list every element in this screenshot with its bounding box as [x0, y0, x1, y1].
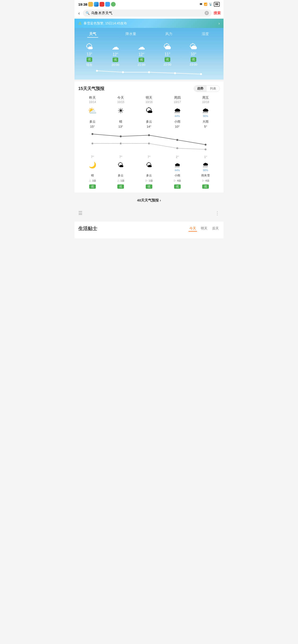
hourly-icon-0: 🌤 — [86, 42, 93, 51]
low-temp-2: 7° — [135, 155, 163, 159]
hourly-badge-4: 优 — [191, 57, 196, 62]
night-condition-2: 多云 — [135, 174, 163, 178]
app-icon-5 — [111, 2, 116, 7]
night-icon-4: 🌨 90% — [191, 162, 220, 172]
hourly-item-4: 🌥 10° 优 23:00 — [180, 42, 207, 68]
low-temp-3: 2° — [163, 155, 192, 159]
day-header-2: 明天 10/16 — [135, 96, 163, 106]
day-header-3: 周四 10/17 — [163, 96, 192, 106]
hourly-time-0: 现在 — [86, 63, 92, 67]
day-header-0: 昨天 10/14 — [78, 96, 107, 106]
hourly-badge-0: 优 — [87, 57, 92, 62]
svg-point-5 — [91, 133, 93, 135]
view-toggle: 趋势 列表 — [194, 85, 220, 92]
tab-wind[interactable]: 风力 — [163, 31, 174, 38]
toggle-trend[interactable]: 趋势 — [194, 86, 207, 92]
tab-humidity[interactable]: 湿度 — [200, 31, 211, 38]
life-tab-tomorrow[interactable]: 明天 — [200, 226, 208, 232]
wind-level-1: △ 1级 — [107, 179, 135, 182]
svg-point-4 — [200, 73, 202, 75]
clear-button[interactable]: ✕ — [205, 11, 209, 15]
weather-section: 天气 降水量 风力 湿度 🌤 13° 优 现在 ☁ 12° 优 20:00 ☁ … — [74, 28, 224, 80]
svg-point-9 — [205, 144, 207, 146]
day-icon-3: 🌧 44% — [163, 106, 192, 118]
svg-point-3 — [174, 72, 176, 74]
svg-point-0 — [96, 70, 98, 72]
wind-levels-row: △ 1级 △ 1级 ▷ 1级 ▷ 4级 ▷ 4级 — [78, 179, 220, 182]
wifi-icon: 📶 — [204, 2, 207, 6]
temp-chart-area — [78, 128, 220, 154]
alert-icon: ⚠ — [78, 21, 82, 26]
svg-point-7 — [148, 134, 150, 136]
alert-banner[interactable]: ⚠ 暴雪蓝色预警, 15日14:45发布 › — [74, 19, 224, 28]
high-temp-3: 10° — [163, 125, 192, 128]
wind-level-4: ▷ 4级 — [191, 179, 220, 182]
badge-2: 优 — [135, 184, 163, 189]
status-right: 👁 📶 📡 99 — [200, 2, 220, 7]
low-temps-row: 7° 7° 7° 2° 1° — [78, 155, 220, 159]
app-icons — [88, 2, 116, 7]
tab-weather[interactable]: 天气 — [87, 31, 98, 38]
svg-point-11 — [120, 142, 122, 144]
svg-point-12 — [148, 142, 150, 144]
hourly-item-2: ☁ 12° 优 21:00 — [128, 42, 154, 68]
forty-day-button[interactable]: 40天天气预报 › — [74, 194, 224, 206]
low-temp-4: 1° — [191, 155, 220, 159]
high-temp-0: 15° — [78, 125, 107, 128]
high-temps-row: 15° 13° 14° 10° 5° — [78, 125, 220, 128]
hourly-icon-2: ☁ — [138, 42, 145, 52]
forecast-header: 15天天气预报 趋势 列表 — [78, 85, 220, 92]
hourly-badge-1: 优 — [113, 58, 118, 62]
tab-precipitation[interactable]: 降水量 — [124, 31, 138, 38]
day-icon-2: 🌤 — [135, 106, 163, 118]
low-temp-0: 7° — [78, 155, 107, 159]
day-condition-2: 多云 — [135, 120, 163, 124]
svg-point-14 — [205, 148, 207, 150]
weather-tabs: 天气 降水量 风力 湿度 — [74, 28, 224, 40]
hourly-item-3: 🌥 11° 优 22:00 — [154, 42, 180, 68]
night-icon-3: 🌧 44% — [163, 162, 192, 172]
toggle-list[interactable]: 列表 — [207, 86, 220, 92]
svg-point-1 — [122, 71, 124, 73]
hourly-icon-1: ☁ — [112, 42, 119, 52]
hourly-temp-4: 10° — [191, 52, 196, 56]
hourly-icon-3: 🌥 — [164, 42, 171, 51]
svg-point-13 — [176, 147, 178, 149]
divider-section: ☰ ⋮ — [74, 206, 224, 220]
day-icons-row: ⛅ ☀ 🌤 🌧 44% 🌧 90% — [78, 106, 220, 118]
app-icon-1 — [88, 2, 93, 7]
search-button[interactable]: 搜索 — [214, 11, 221, 16]
high-temp-1: 13° — [107, 125, 135, 128]
app-icon-2 — [94, 2, 99, 7]
life-tips-tabs: 今天 明天 后天 — [189, 226, 220, 232]
alert-text: 暴雪蓝色预警, 15日14:45发布 — [83, 21, 217, 26]
svg-point-6 — [120, 136, 122, 137]
search-icon: 🔍 — [86, 11, 90, 15]
life-tab-aftertomorrow[interactable]: 后天 — [211, 226, 220, 232]
wind-level-0: △ 1级 — [78, 179, 107, 182]
back-button[interactable]: ‹ — [77, 10, 81, 16]
hourly-badge-2: 优 — [139, 58, 144, 62]
badge-1: 优 — [107, 184, 135, 189]
low-temp-1: 7° — [107, 155, 135, 159]
day-condition-1: 晴 — [107, 120, 135, 124]
hourly-time-4: 23:00 — [190, 63, 198, 66]
day-headers: 昨天 10/14 今天 10/15 明天 10/16 周四 10/17 周五 1… — [78, 96, 220, 106]
hourly-temp-1: 12° — [113, 52, 118, 56]
wind-level-2: ▷ 1级 — [135, 179, 163, 182]
svg-point-2 — [148, 71, 150, 73]
hourly-item-1: ☁ 12° 优 20:00 — [102, 42, 128, 68]
hourly-time-1: 20:00 — [112, 63, 119, 66]
life-tips-section: 生活贴士 今天 明天 后天 — [74, 222, 224, 238]
badge-4: 优 — [191, 184, 220, 189]
quality-badges-row: 优 优 优 优 优 — [78, 184, 220, 189]
search-input[interactable] — [91, 11, 203, 15]
life-tips-title: 生活贴士 — [78, 226, 97, 232]
day-header-4: 周五 10/18 — [191, 96, 220, 106]
day-condition-0: 多云 — [78, 120, 107, 124]
life-tab-today[interactable]: 今天 — [189, 226, 197, 232]
high-temp-4: 5° — [191, 125, 220, 128]
alert-arrow-icon: › — [219, 21, 220, 26]
night-icon-2: 🌤 — [135, 162, 163, 172]
forecast-section: 15天天气预报 趋势 列表 昨天 10/14 今天 10/15 明天 10/16… — [74, 82, 224, 192]
